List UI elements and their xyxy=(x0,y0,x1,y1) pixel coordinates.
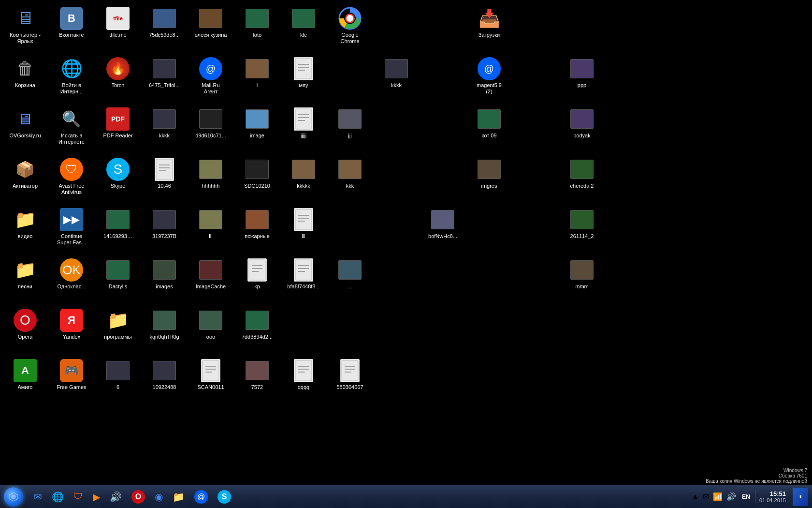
desktop-icon-kqn0[interactable]: kqn0qhTlKlg xyxy=(143,306,186,342)
desktop-icon-programmy[interactable]: 📁 программы xyxy=(97,306,139,342)
desktop-icon-imagecache[interactable]: ImageCache xyxy=(189,255,232,292)
desktop-icon-zagruzki[interactable]: 📥 Загрузки xyxy=(468,4,510,40)
desktop-icon-images[interactable]: images xyxy=(143,255,186,292)
icon-image-tfile: tfile xyxy=(106,7,130,30)
desktop-icon-hhhhhh[interactable]: hhhhhh xyxy=(189,155,232,191)
desktop-icon-kot09[interactable]: кот 09 xyxy=(468,105,510,141)
desktop-icon-lll1[interactable]: lll xyxy=(189,205,232,241)
desktop-icon-bfa8f[interactable]: bfa8f7448f8... xyxy=(282,255,325,292)
desktop-icon-torch[interactable]: 🔥 Torch xyxy=(97,54,139,90)
desktop-icon-continue[interactable]: ▶▶ ContinueSuper Fas... xyxy=(50,205,93,248)
desktop-icon-iskat[interactable]: 🔍 Искать вИнтернете xyxy=(50,105,93,147)
desktop-icon-opera[interactable]: O Opera xyxy=(4,306,46,342)
desktop-icon-kp[interactable]: kp xyxy=(236,255,278,292)
desktop-icon-lll2[interactable]: lll xyxy=(282,205,325,241)
mailru-taskbar-icon[interactable]: @ xyxy=(190,488,212,506)
desktop-icon-7572[interactable]: 7572 xyxy=(236,356,278,392)
desktop-icon-qqqq[interactable]: qqqq xyxy=(282,356,325,392)
desktop-icon-d9d[interactable]: d9d610c71... xyxy=(189,105,232,141)
desktop-icon-image[interactable]: image xyxy=(236,105,278,141)
desktop-icon-ppp[interactable]: ppp xyxy=(561,54,603,90)
desktop-icon-aktivator[interactable]: 📦 Активатор xyxy=(4,155,46,191)
tray-volume-icon[interactable]: 🔊 xyxy=(725,491,737,502)
desktop-icon-pesni[interactable]: 📁 песни xyxy=(4,255,46,292)
desktop-icon-kkkk-top[interactable]: kkkk xyxy=(375,54,418,90)
taskbar-right: ▲ ✉ 📶 🔊 EN 15:51 01.04.2015 ▮ xyxy=(686,485,812,508)
desktop-icon-yandex[interactable]: Я Yandex xyxy=(50,306,93,342)
desktop-icon-chereda2[interactable]: chereda 2 xyxy=(561,155,603,191)
icon-image-pesni: 📁 xyxy=(14,258,37,282)
desktop-icon-pozharnye[interactable]: пожарные xyxy=(236,205,278,241)
tray-mail-icon[interactable]: ✉ xyxy=(702,491,710,502)
desktop-icon-kkkk2[interactable]: kkkk xyxy=(143,105,186,141)
desktop-icon-dactylis[interactable]: Dactylis xyxy=(97,255,139,292)
antivirus-icon[interactable]: 🛡 xyxy=(70,488,87,506)
tray-network-icon[interactable]: 📶 xyxy=(712,491,724,502)
desktop-icon-map75[interactable]: 75dc59de8... xyxy=(143,4,186,40)
desktop-icon-google-chrome[interactable]: GoogleChrome xyxy=(329,4,371,46)
desktop-icon-computer[interactable]: 🖥 Компьютер -Ярлык xyxy=(4,4,46,46)
clock[interactable]: 15:51 01.04.2015 xyxy=(755,490,790,503)
desktop-icon-trash[interactable]: 🗑 Корзина xyxy=(4,54,46,90)
tray-arrow[interactable]: ▲ xyxy=(690,492,700,502)
desktop-icon-jjj[interactable]: jjj xyxy=(329,105,371,141)
desktop-icon-trifo[interactable]: 6475_Trifol... xyxy=(143,54,186,90)
media-icon[interactable]: ▶ xyxy=(89,488,104,506)
ie-icon[interactable]: 🌐 xyxy=(48,488,68,506)
desktop-icon-odnoklassniki[interactable]: OK Одноклас... xyxy=(50,255,93,292)
desktop-icon-6[interactable]: 6 xyxy=(97,356,139,392)
volume-icon[interactable]: 🔊 xyxy=(106,488,126,506)
desktop-icon-skype[interactable]: S Skype xyxy=(97,155,139,191)
desktop-icon-261114[interactable]: 261114_2 xyxy=(561,205,603,241)
start-button[interactable] xyxy=(0,485,27,508)
desktop-icon-141[interactable]: 14169293… xyxy=(97,205,139,241)
icon-image-261114 xyxy=(570,208,594,231)
icon-label-141: 14169293… xyxy=(103,233,132,239)
explorer-icon[interactable]: 📁 xyxy=(169,488,188,506)
desktop-icon-mailru[interactable]: @ Mail.RuАгент xyxy=(189,54,232,97)
desktop-icon-7dd3894d2[interactable]: 7dd3894d2... xyxy=(236,306,278,342)
desktop-icon-sdc10210[interactable]: SDC10210 xyxy=(236,155,278,191)
show-desktop-button[interactable]: ▮ xyxy=(793,488,808,506)
language-button[interactable]: EN xyxy=(740,493,752,501)
desktop-icon-bofnwhc8[interactable]: bofNwHc8... xyxy=(421,205,464,241)
desktop-icon-amigo[interactable]: А Амиго xyxy=(4,356,46,392)
desktop-icon-scan0011[interactable]: SCAN0011 xyxy=(189,356,232,392)
desktop-icon-kle[interactable]: kle xyxy=(282,4,325,40)
chrome-taskbar-icon[interactable]: ◉ xyxy=(151,488,167,506)
desktop-icon-magent59[interactable]: @ magent5.9(2) xyxy=(468,54,510,97)
desktop-icon-vidio[interactable]: 📁 видио xyxy=(4,205,46,241)
icon-image-computer: 🖥 xyxy=(14,7,37,30)
desktop-icon-myau[interactable]: мяу xyxy=(282,54,325,90)
desktop-icon-avast[interactable]: 🛡 Avast FreeAntivirus xyxy=(50,155,93,197)
desktop-icon-10922488[interactable]: 10922488 xyxy=(143,356,186,392)
desktop-icon-ooo[interactable]: ооо xyxy=(189,306,232,342)
desktop: 🖥 Компьютер -Ярлык В Вконтакте tfile tfi… xyxy=(0,0,812,485)
desktop-icon-mmm[interactable]: mmm xyxy=(561,255,603,292)
desktop-icon-ovg[interactable]: 🖥 OVGorskiy.ru xyxy=(4,105,46,141)
mail-icon[interactable]: ✉ xyxy=(30,488,46,506)
desktop-icon-vkontakte[interactable]: В Вконтакте xyxy=(50,4,93,40)
icon-label-vkontakte: Вконтакте xyxy=(59,32,84,38)
skype-taskbar-icon[interactable]: S xyxy=(214,488,235,506)
icon-label-magent59: magent5.9(2) xyxy=(477,82,502,95)
desktop-icon-dots[interactable]: ... xyxy=(329,255,371,292)
desktop-icon-3197237b[interactable]: 3197237В xyxy=(143,205,186,241)
desktop-icon-i[interactable]: i xyxy=(236,54,278,90)
desktop-icon-olesya[interactable]: олеся кузина xyxy=(189,4,232,40)
desktop-icon-foto[interactable]: foto xyxy=(236,4,278,40)
desktop-icon-pdfread[interactable]: PDF PDF Reader xyxy=(97,105,139,141)
icon-label-skype: Skype xyxy=(111,183,126,189)
desktop-icon-kkk[interactable]: kkk xyxy=(329,155,371,191)
desktop-icon-bodyak[interactable]: bodyak xyxy=(561,105,603,141)
icon-image-mailru: @ xyxy=(199,57,222,80)
desktop-icon-freegames[interactable]: 🎮 Free Games xyxy=(50,356,93,392)
desktop-icon-580304667[interactable]: 580304667 xyxy=(329,356,371,392)
desktop-icon-jjjjj[interactable]: jjjjj xyxy=(282,105,325,141)
desktop-icon-voiti[interactable]: 🌐 Войти вИнтерн... xyxy=(50,54,93,97)
desktop-icon-tfile[interactable]: tfile tfile.me xyxy=(97,4,139,40)
desktop-icon-1046[interactable]: 10.46 xyxy=(143,155,186,191)
desktop-icon-imgres[interactable]: imgres xyxy=(468,155,510,191)
opera-taskbar-icon[interactable]: O xyxy=(128,488,149,506)
desktop-icon-kkkkk[interactable]: kkkkk xyxy=(282,155,325,191)
